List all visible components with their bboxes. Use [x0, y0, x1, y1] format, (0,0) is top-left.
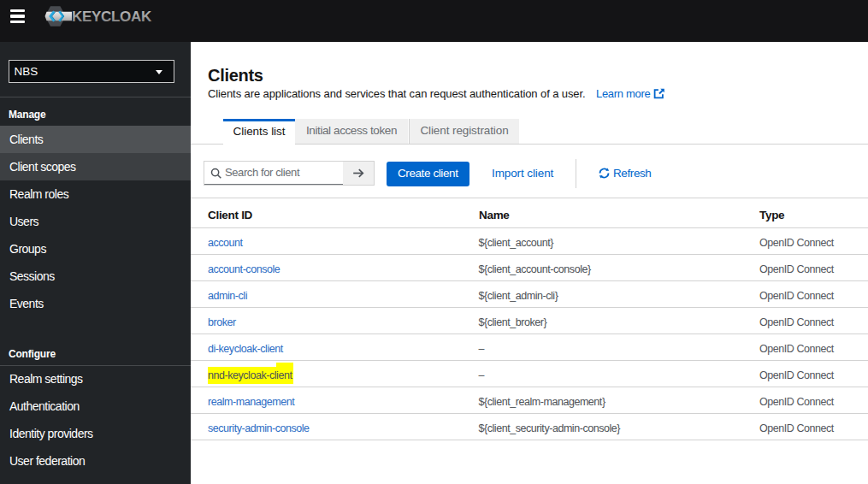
svg-text:KEYCLOAK: KEYCLOAK — [72, 9, 152, 25]
